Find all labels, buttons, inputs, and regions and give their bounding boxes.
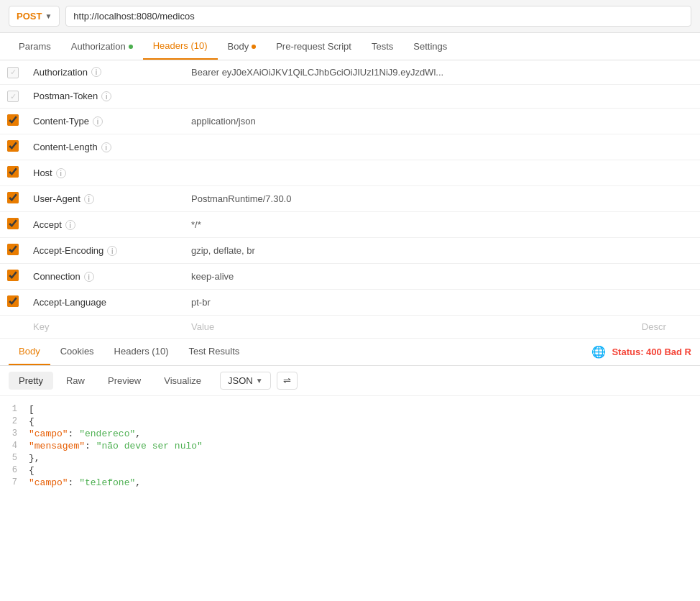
header-value: pt-br <box>184 290 635 316</box>
tab-body[interactable]: Body <box>218 34 267 59</box>
line-number: 7 <box>0 477 29 487</box>
info-icon[interactable]: i <box>107 246 117 256</box>
format-label: JSON <box>228 375 253 386</box>
line-number: 1 <box>0 404 29 414</box>
info-icon[interactable]: i <box>91 67 101 77</box>
bottom-tab-resp-headers[interactable]: Headers (10) <box>104 339 179 365</box>
line-number: 4 <box>0 441 29 451</box>
line-number: 2 <box>0 416 29 426</box>
header-checkbox[interactable] <box>7 192 19 203</box>
header-key-label: Accept <box>33 219 62 230</box>
resp-tab-visualize[interactable]: Visualize <box>154 372 211 390</box>
header-key-label: User-Agent <box>33 193 80 204</box>
header-row: Hosti <box>0 160 700 186</box>
tab-prerequest[interactable]: Pre-request Script <box>266 34 361 59</box>
line-number: 3 <box>0 428 29 439</box>
tab-tests[interactable]: Tests <box>361 34 403 59</box>
header-row: Accept-Languagept-br <box>0 290 700 316</box>
code-line: 1[ <box>0 403 700 416</box>
line-content: [ <box>29 404 700 415</box>
header-key-label: Accept-Language <box>33 297 106 308</box>
bottom-tab-body[interactable]: Body <box>9 339 50 365</box>
line-content: "campo": "telefone", <box>29 477 700 488</box>
method-select[interactable]: POST ▼ <box>9 6 60 27</box>
desc-placeholder: Descr <box>642 321 666 332</box>
header-value: */* <box>184 212 635 238</box>
status-badge: Status: 400 Bad R <box>612 347 691 357</box>
wrap-button[interactable]: ⇌ <box>277 372 298 390</box>
info-icon[interactable]: i <box>84 194 94 204</box>
wrap-icon: ⇌ <box>283 375 291 386</box>
header-key-label: Content-Type <box>33 116 89 127</box>
header-checkbox[interactable] <box>7 114 19 126</box>
code-area: 1[2 {3 "campo": "endereco",4 "mensagem":… <box>0 396 700 496</box>
globe-icon: 🌐 <box>591 345 606 359</box>
header-key-label: Host <box>33 168 52 178</box>
resp-tab-raw[interactable]: Raw <box>56 372 95 390</box>
authorization-dot <box>129 45 133 49</box>
header-key-label: Connection <box>33 271 80 282</box>
code-line: 2 { <box>0 416 700 428</box>
line-content: { <box>29 416 700 427</box>
top-bar: POST ▼ <box>0 0 700 33</box>
info-icon[interactable]: i <box>101 142 111 152</box>
tab-params[interactable]: Params <box>9 34 61 59</box>
format-chevron-icon: ▼ <box>256 377 263 385</box>
header-value: gzip, deflate, br <box>184 238 635 264</box>
tab-authorization[interactable]: Authorization <box>61 34 143 59</box>
header-checkbox[interactable]: ✓ <box>7 67 19 78</box>
key-placeholder: Key <box>33 321 49 332</box>
header-key-label: Authorization <box>33 67 88 78</box>
info-icon[interactable]: i <box>65 220 75 230</box>
code-line: 3 "campo": "endereco", <box>0 428 700 440</box>
status-area: 🌐 Status: 400 Bad R <box>591 345 691 359</box>
line-content: "campo": "endereco", <box>29 428 700 439</box>
code-line: 4 "mensagem": "não deve ser nulo" <box>0 440 700 452</box>
header-checkbox[interactable] <box>7 270 19 281</box>
header-checkbox[interactable] <box>7 295 19 307</box>
header-value <box>184 160 635 186</box>
code-line: 7 "campo": "telefone", <box>0 477 700 489</box>
resp-tab-preview[interactable]: Preview <box>98 372 151 390</box>
response-toolbar: Pretty Raw Preview Visualize JSON ▼ ⇌ <box>0 366 700 396</box>
bottom-tab-cookies[interactable]: Cookies <box>50 339 104 365</box>
info-icon[interactable]: i <box>101 91 111 101</box>
tab-headers[interactable]: Headers (10) <box>143 33 218 60</box>
request-tabs: Params Authorization Headers (10) Body P… <box>0 33 700 60</box>
headers-table: ✓AuthorizationiBearer eyJ0eXAiOiJKV1QiLC… <box>0 60 700 339</box>
header-checkbox[interactable] <box>7 140 19 152</box>
header-value: application/json <box>184 109 635 134</box>
code-line: 6 { <box>0 464 700 477</box>
placeholder-row: Key Value Descr <box>0 316 700 339</box>
header-row: ✓AuthorizationiBearer eyJ0eXAiOiJKV1QiLC… <box>0 60 700 84</box>
method-chevron-icon: ▼ <box>45 12 52 20</box>
header-checkbox[interactable] <box>7 218 19 229</box>
bottom-tab-test-results[interactable]: Test Results <box>178 339 249 365</box>
url-input[interactable] <box>65 6 691 27</box>
header-checkbox[interactable]: ✓ <box>7 91 19 102</box>
header-checkbox[interactable] <box>7 244 19 255</box>
format-select[interactable]: JSON ▼ <box>220 372 271 390</box>
header-value <box>184 84 635 109</box>
tab-settings[interactable]: Settings <box>403 34 457 59</box>
header-checkbox[interactable] <box>7 166 19 178</box>
bottom-tabs-left: Body Cookies Headers (10) Test Results <box>9 339 249 365</box>
resp-tab-pretty[interactable]: Pretty <box>9 372 53 390</box>
line-content: }, <box>29 453 700 464</box>
line-content: "mensagem": "não deve ser nulo" <box>29 441 700 451</box>
header-value: Bearer eyJ0eXAiOiJKV1QiLCJhbGciOiJIUzI1N… <box>184 60 635 84</box>
info-icon[interactable]: i <box>93 116 103 127</box>
header-key-label: Content-Length <box>33 142 98 152</box>
info-icon[interactable]: i <box>56 168 66 178</box>
value-placeholder: Value <box>191 321 214 332</box>
header-value: keep-alive <box>184 264 635 290</box>
header-key-label: Accept-Encoding <box>33 245 103 256</box>
bottom-tabs: Body Cookies Headers (10) Test Results 🌐… <box>0 339 700 366</box>
header-row: Accept-Encodingigzip, deflate, br <box>0 238 700 264</box>
header-row: Accepti*/* <box>0 212 700 238</box>
header-value: PostmanRuntime/7.30.0 <box>184 186 635 212</box>
body-dot <box>252 45 256 49</box>
header-row: ✓Postman-Tokeni <box>0 84 700 109</box>
header-value <box>184 134 635 160</box>
info-icon[interactable]: i <box>84 272 94 282</box>
